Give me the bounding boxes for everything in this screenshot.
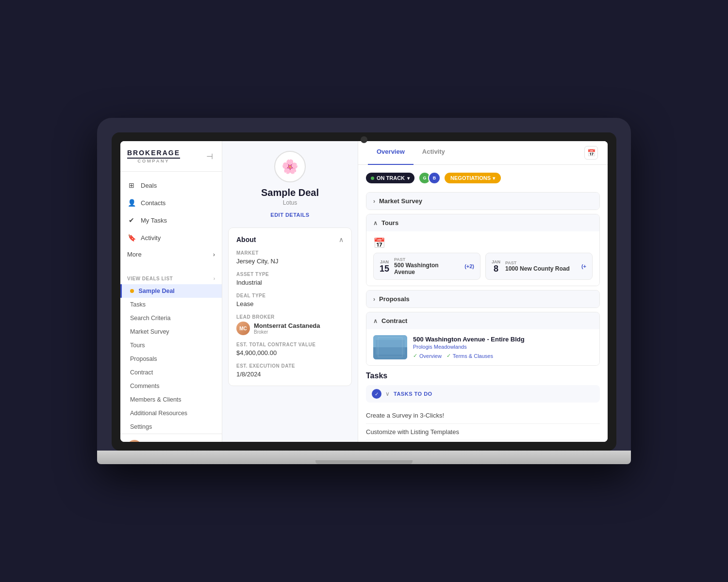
sub-nav-item-settings[interactable]: Settings (120, 420, 222, 434)
main-content: ON TRACK ▾ G B NEGOTIATIONS ▾ (358, 165, 608, 442)
tour-past-1: PAST (394, 257, 460, 262)
user-details: Lauren Martin Brokerage Comp... (146, 441, 186, 442)
sidebar-item-activity-label: Activity (141, 234, 161, 242)
contract-header[interactable]: ∧ Contract (366, 312, 599, 329)
sidebar-item-my-tasks[interactable]: ✔ My Tasks (120, 211, 222, 229)
tab-activity[interactable]: Activity (414, 141, 454, 165)
field-lead-broker-label: LEAD BROKER (236, 314, 344, 320)
contract-link-terms-label: Terms & Clauses (453, 353, 493, 359)
sub-nav-label-additional-resources: Additional Resources (130, 410, 187, 417)
market-survey-arrow: › (373, 198, 375, 205)
sidebar-collapse-button[interactable]: ⊣ (204, 150, 215, 163)
proposals-header[interactable]: › Proposals (366, 291, 599, 307)
on-track-badge[interactable]: ON TRACK ▾ (366, 173, 414, 183)
proposals-label: Proposals (379, 295, 410, 303)
sub-nav-label-market-survey: Market Survey (130, 328, 169, 335)
field-market-value: Jersey City, NJ (236, 258, 344, 265)
tour-item-2[interactable]: JAN 8 PAST 1000 New County Road (+ (485, 253, 593, 280)
negotiations-badge[interactable]: NEGOTIATIONS ▾ (445, 173, 501, 183)
edit-details-button[interactable]: EDIT DETAILS (266, 210, 313, 220)
logo-brokerage: BROKERAGE (127, 149, 180, 157)
contract-link-terms[interactable]: ✓ Terms & Clauses (447, 353, 493, 359)
sub-nav-item-market-survey[interactable]: Market Survey (120, 325, 222, 339)
logo-text: BROKERAGE COMPANY (127, 149, 180, 163)
sub-nav-item-comments[interactable]: Comments (120, 379, 222, 393)
task-label-1: Create a Survey in 3-Clicks! (366, 412, 444, 419)
contacts-icon: 👤 (127, 198, 136, 207)
laptop-base (97, 451, 631, 464)
task-item-2[interactable]: Customize with Listing Templates (366, 424, 600, 440)
sub-nav-item-proposals[interactable]: Proposals (120, 352, 222, 366)
deal-logo: 🌸 (274, 151, 306, 182)
about-title: About (236, 236, 256, 243)
tour-info-2: PAST 1000 New County Road (505, 260, 577, 272)
tour-day-2: 8 (494, 264, 498, 273)
deal-name: Sample Deal (261, 187, 319, 198)
market-survey-header[interactable]: › Market Survey (366, 193, 599, 210)
sidebar-item-tasks-label: My Tasks (141, 217, 167, 224)
sidebar-footer: LM Lauren Martin Brokerage Comp... ⇅ (120, 434, 222, 442)
about-collapse-icon[interactable]: ∧ (339, 236, 344, 243)
tab-overview[interactable]: Overview (368, 141, 414, 165)
tasks-title: Tasks (366, 372, 600, 380)
sub-nav-item-members[interactable]: Members & Clients (120, 393, 222, 406)
sub-nav-label-members: Members & Clients (130, 396, 182, 403)
sub-nav-item-search-criteria[interactable]: Search Criteria (120, 311, 222, 325)
broker-name: Montserrat Castaneda (254, 322, 320, 329)
avatar-2: B (428, 172, 441, 184)
tasks-chevron-icon[interactable]: ∨ (385, 390, 390, 397)
calendar-button[interactable]: 📅 (584, 146, 598, 160)
contract-link-overview[interactable]: ✓ Overview (413, 353, 442, 359)
tasks-section: Tasks ✓ ∨ TASKS TO DO Create a Survey in… (366, 372, 600, 442)
sub-nav-label-search-criteria: Search Criteria (130, 315, 170, 322)
chevron-right-small-icon: › (214, 276, 215, 281)
user-info: LM Lauren Martin Brokerage Comp... (127, 440, 186, 442)
field-contract-value: $4,900,000.00 (236, 349, 344, 356)
field-contract-value-label: EST. TOTAL CONTRACT VALUE (236, 342, 344, 347)
sidebar-item-activity[interactable]: 🔖 Activity (120, 229, 222, 246)
broker-avatar: MC (236, 322, 250, 335)
view-deals-label: VIEW DEALS LIST (127, 276, 173, 281)
sub-nav-label-sample-deal: Sample Deal (138, 288, 174, 294)
contract-links: ✓ Overview ✓ Terms & Clauses (413, 353, 593, 359)
view-deals-header[interactable]: VIEW DEALS LIST › (120, 273, 222, 284)
tasks-bar: ✓ ∨ TASKS TO DO (366, 385, 600, 403)
proposals-accordion: › Proposals (366, 290, 600, 308)
sub-nav-item-contract[interactable]: Contract (120, 366, 222, 379)
main-panel: Overview Activity 📅 ON TRACK (358, 141, 608, 442)
sub-nav-label-tasks: Tasks (130, 301, 146, 308)
svg-rect-2 (376, 340, 405, 355)
task-item-3[interactable]: Share with Clients (366, 440, 600, 442)
tours-accordion: ∧ Tours 📅 JAN 15 (366, 214, 600, 286)
more-label: More (127, 251, 142, 258)
contract-details: 500 Washington Avenue - Entire Bldg Prol… (413, 336, 593, 359)
activity-icon: 🔖 (127, 233, 136, 242)
tab-overview-label: Overview (377, 148, 405, 155)
sub-nav-item-tasks[interactable]: Tasks (120, 298, 222, 311)
contract-sub: Prologis Meadowlands (413, 344, 593, 350)
market-survey-label: Market Survey (379, 197, 422, 205)
sidebar-item-deals[interactable]: ⊞ Deals (120, 177, 222, 194)
user-name: Lauren Martin (146, 441, 186, 442)
sidebar-more-button[interactable]: More › (120, 246, 222, 262)
field-asset-label: ASSET TYPE (236, 272, 344, 277)
sub-nav-label-proposals: Proposals (130, 356, 157, 362)
sub-nav-item-tours[interactable]: Tours (120, 339, 222, 352)
tours-header[interactable]: ∧ Tours (366, 214, 599, 231)
contract-link-overview-label: Overview (419, 353, 442, 359)
sub-nav-label-tours: Tours (130, 342, 145, 349)
contract-content: 500 Washington Avenue - Entire Bldg Prol… (366, 329, 599, 365)
user-avatar: LM (127, 440, 142, 442)
on-track-chevron: ▾ (407, 176, 410, 181)
tasks-icon: ✔ (127, 216, 136, 225)
field-exec-date-label: EST. EXECUTION DATE (236, 363, 344, 369)
logo-area: BROKERAGE COMPANY ⊣ (120, 141, 222, 172)
contract-label: Contract (381, 317, 407, 324)
tour-item-1[interactable]: JAN 15 PAST 500 Washington Avenue (+2) (373, 253, 480, 280)
sub-nav-item-additional-resources[interactable]: Additional Resources (120, 406, 222, 420)
sidebar-item-contacts[interactable]: 👤 Contacts (120, 194, 222, 211)
task-item-1[interactable]: Create a Survey in 3-Clicks! (366, 407, 600, 424)
about-card: About ∧ MARKET Jersey City, NJ ASSET TYP… (228, 227, 352, 386)
sub-nav-item-sample-deal[interactable]: Sample Deal (120, 284, 222, 298)
tab-activity-label: Activity (422, 148, 445, 155)
